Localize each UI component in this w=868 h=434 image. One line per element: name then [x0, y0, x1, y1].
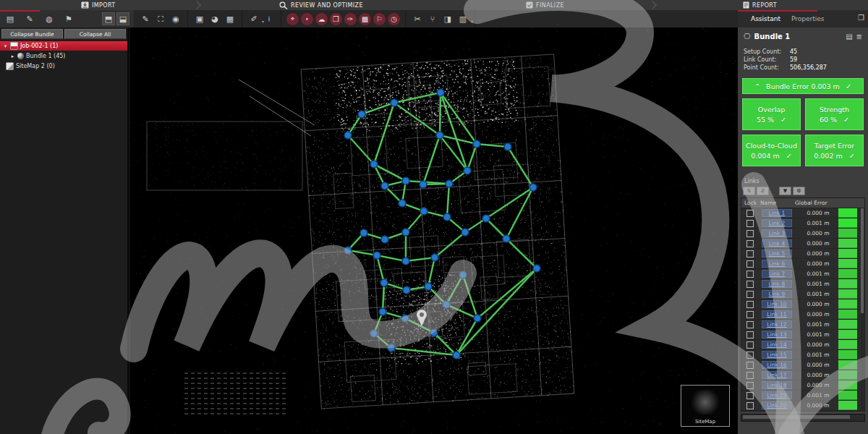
link-row[interactable]: Link 40.000 m [741, 239, 864, 249]
measure-icon[interactable]: ✐▾ [247, 12, 260, 25]
collapse-all-button[interactable]: Collapse All [64, 29, 126, 39]
link-name[interactable]: Link 13 [762, 331, 792, 339]
crop-box-icon[interactable]: ⛶ [154, 12, 167, 25]
lock-checkbox[interactable] [746, 281, 754, 288]
link-name[interactable]: Link 3 [762, 229, 792, 237]
sort-asc-button[interactable]: ⇅ [743, 187, 755, 195]
link-name[interactable]: Link 15 [762, 351, 792, 359]
tab-assistant[interactable]: Assistant [751, 15, 780, 22]
link-name[interactable]: Link 6 [762, 260, 792, 268]
cut-icon[interactable]: ✂ [411, 12, 424, 25]
sort-desc-button[interactable]: ⇵ [757, 187, 769, 195]
column-header-name[interactable]: Name [760, 200, 795, 206]
link-row[interactable]: Link 200.000 m [741, 401, 864, 411]
link-row[interactable]: Link 70.001 m [741, 269, 864, 279]
link-row[interactable]: Link 130.001 m [741, 330, 864, 340]
lock-checkbox[interactable] [746, 271, 754, 278]
snapshot-icon[interactable]: ◨ [441, 12, 454, 25]
tag-icon[interactable]: ⬪ [301, 13, 313, 25]
bundle-report-button[interactable]: ▤ [846, 33, 852, 41]
lock-checkbox[interactable] [746, 341, 754, 349]
geotag-icon[interactable]: ⚐ [373, 13, 386, 25]
route-icon[interactable]: ◷ [388, 13, 400, 25]
target-icon[interactable]: ⌖ [286, 13, 299, 25]
link-row[interactable]: Link 120.001 m [741, 320, 864, 330]
image-icon[interactable]: ▩ [359, 13, 371, 25]
collapse-bundle-button[interactable]: Collapse Bundle [1, 29, 63, 39]
camera-icon[interactable]: ▣ [193, 12, 206, 25]
link-row[interactable]: Link 170.000 m [741, 370, 864, 380]
link-name[interactable]: Link 16 [762, 361, 792, 369]
undock-panel-icon[interactable]: ❐ [858, 14, 864, 22]
link-name[interactable]: Link 2 [762, 219, 792, 227]
zoom-region-icon[interactable]: ◉ [169, 12, 182, 25]
link-name[interactable]: Link 4 [762, 239, 792, 247]
link-row[interactable]: Link 20.001 m [741, 218, 864, 229]
settings-button[interactable]: ⚙ [793, 187, 805, 195]
cloud-view-icon[interactable]: ⬓ [116, 12, 129, 25]
link-name[interactable]: Link 1 [762, 209, 792, 217]
tree-item-job[interactable]: ▾ Job-002-1 (1) [0, 41, 127, 51]
lock-checkbox[interactable] [746, 260, 754, 268]
viewport[interactable]: SiteMap [130, 27, 738, 434]
filter-button[interactable]: ▼ [779, 187, 791, 195]
cloud-to-cloud-badge[interactable]: Cloud-to-Cloud 0.004 m✓ [742, 135, 801, 166]
lock-checkbox[interactable] [746, 392, 754, 399]
lock-checkbox[interactable] [746, 352, 754, 359]
link-row[interactable]: Link 90.001 m [741, 289, 864, 299]
link-row[interactable]: Link 140.000 m [741, 340, 864, 350]
column-header-global-error[interactable]: Global Error [795, 200, 840, 206]
link-name[interactable]: Link 8 [762, 280, 792, 288]
links-vertical-scrollbar[interactable] [861, 208, 864, 409]
lock-checkbox[interactable] [746, 301, 754, 308]
table-icon[interactable]: ▥▾ [456, 12, 469, 25]
tab-properties[interactable]: Properties [791, 15, 824, 22]
link-name[interactable]: Link 20 [762, 401, 792, 409]
link-name[interactable]: Link 12 [762, 320, 792, 328]
sphere-icon[interactable]: ◕ [208, 12, 221, 25]
overlap-badge[interactable]: Overlap 55 %✓ [742, 98, 801, 130]
pen-icon[interactable]: ✑ [344, 13, 357, 25]
tree-caret-icon[interactable]: ▾ [3, 43, 8, 49]
link-row[interactable]: Link 100.000 m [741, 299, 864, 310]
stage-import[interactable]: IMPORT [81, 0, 116, 10]
column-header-lock[interactable]: Lock [741, 200, 760, 206]
select-icon[interactable]: ✎ [139, 12, 152, 25]
tree-item-sitemap[interactable]: SiteMap 2 (0) [0, 61, 127, 71]
link-row[interactable]: Link 60.000 m [741, 259, 864, 269]
stage-report[interactable]: REPORT [743, 0, 777, 10]
flag-icon[interactable]: ⚑ [62, 12, 75, 25]
stage-finalize[interactable]: FINALIZE [526, 0, 564, 10]
link-row[interactable]: Link 190.001 m [741, 391, 864, 401]
link-name[interactable]: Link 9 [762, 290, 792, 298]
dropdown-caret-icon[interactable]: ▾ [471, 19, 473, 24]
antenna-icon[interactable]: ⟊ [263, 12, 276, 25]
lock-checkbox[interactable] [746, 372, 754, 379]
lock-checkbox[interactable] [746, 362, 754, 369]
lock-checkbox[interactable] [746, 331, 754, 339]
link-row[interactable]: Link 150.001 m [741, 350, 864, 360]
link-name[interactable]: Link 5 [762, 250, 792, 258]
link-row[interactable]: Link 160.000 m [741, 360, 864, 370]
lock-checkbox[interactable] [746, 311, 754, 318]
lock-checkbox[interactable] [746, 220, 754, 227]
annotate-icon[interactable]: ✎ [23, 12, 36, 25]
bundle-menu-button[interactable]: ≣ [856, 33, 862, 41]
lock-checkbox[interactable] [746, 230, 754, 237]
lock-checkbox[interactable] [746, 240, 754, 247]
strength-badge[interactable]: Strength 60 %✓ [805, 98, 864, 130]
lock-checkbox[interactable] [746, 321, 754, 328]
link-row[interactable]: Link 80.001 m [741, 279, 864, 289]
project-panel-icon[interactable]: ▤ [4, 12, 17, 25]
lock-checkbox[interactable] [746, 382, 754, 389]
collapse-metrics-icon[interactable]: ⌃ [754, 82, 760, 90]
target-error-badge[interactable]: Target Error 0.002 m✓ [805, 135, 864, 166]
split-icon[interactable]: ⑂ [426, 12, 439, 25]
link-name[interactable]: Link 19 [762, 391, 792, 399]
link-row[interactable]: Link 180.000 m [741, 380, 864, 391]
bundle-view-icon[interactable]: ⬒ [102, 12, 115, 25]
link-name[interactable]: Link 7 [762, 270, 792, 278]
links-horizontal-scrollbar[interactable] [741, 414, 865, 422]
link-name[interactable]: Link 17 [762, 371, 792, 379]
link-row[interactable]: Link 110.000 m [741, 310, 864, 320]
